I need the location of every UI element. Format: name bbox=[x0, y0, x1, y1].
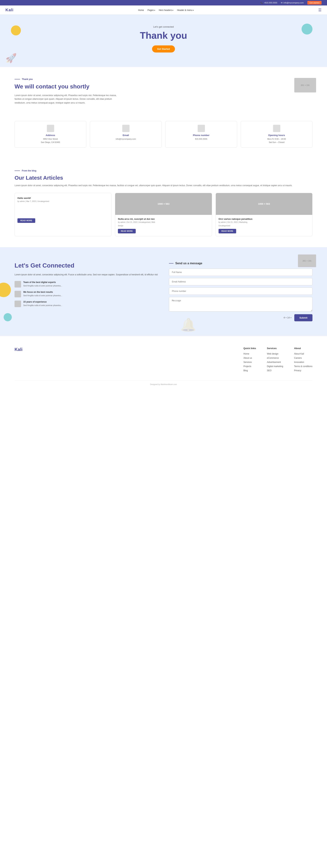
blog-section: From the blog Our Latest Articles Lorem … bbox=[0, 159, 327, 247]
hero-circle-yellow bbox=[11, 25, 21, 35]
footer-col-services-heading: Services bbox=[267, 347, 283, 350]
address-text: 4953 Vine Street San Diego, CA 92465 bbox=[18, 137, 83, 144]
top-bar: 📞 +815.555.5555 ✉ info@mycompany.com Get… bbox=[0, 0, 327, 5]
blog-card-1-image: 1000 × 563 bbox=[115, 193, 212, 215]
footer-copyright: Designed by Markhendikseri.com bbox=[150, 383, 177, 385]
feature-1-content: We focus on the best results Sed fringil… bbox=[23, 291, 62, 297]
message-input[interactable] bbox=[169, 297, 313, 311]
captcha-text: 4 + 14 = bbox=[284, 316, 292, 319]
nav-item-pages[interactable]: Pages bbox=[148, 9, 155, 11]
footer-link-projects[interactable]: Projects bbox=[243, 365, 256, 368]
footer-col-quicklinks-heading: Quick links bbox=[243, 347, 256, 350]
footer-quicklinks-list: Home About us Services Projects Blog bbox=[243, 352, 256, 372]
blog-heading: Our Latest Articles bbox=[14, 175, 313, 181]
footer-logo: Kali bbox=[14, 347, 233, 373]
footer-about-innovation[interactable]: Innovation bbox=[294, 361, 313, 364]
blog-card-2: 1000 × 563 Orci varius natoque penatibus… bbox=[216, 193, 313, 236]
email-input[interactable] bbox=[169, 278, 313, 285]
contact-feature-1: We focus on the best results Sed fringil… bbox=[14, 291, 158, 297]
submit-button[interactable]: Submit bbox=[294, 314, 313, 321]
navbar: Kali Home Pages Hero headers Header & me… bbox=[0, 5, 327, 14]
form-heading: Send us a message bbox=[169, 262, 313, 265]
blog-label: From the blog bbox=[14, 169, 313, 172]
email-icon: ✉ bbox=[281, 2, 283, 4]
footer-service-seo[interactable]: SEO bbox=[267, 369, 283, 372]
blog-card-2-image: 1000 × 563 bbox=[216, 193, 312, 215]
hero-subtitle: Let's get connected bbox=[5, 25, 322, 28]
footer-service-webdesign[interactable]: Web design bbox=[267, 352, 283, 355]
blog-card-1: 1000 × 563 Nulla arcu mi, suscipit ut du… bbox=[115, 193, 212, 236]
info-card-hours: Opening hours Mon-Fri 9:00 – 18:00 Sat-S… bbox=[241, 121, 313, 148]
footer-link-blog[interactable]: Blog bbox=[243, 369, 256, 372]
bell-decoration: 🔔 bbox=[180, 317, 196, 332]
feature-1-text: Sed fringilla nulla id ante pulvinar pha… bbox=[23, 294, 62, 297]
blog-card-1-readmore-button[interactable]: READ MORE bbox=[118, 229, 136, 234]
phone-input[interactable] bbox=[169, 287, 313, 295]
hours-icon bbox=[273, 125, 280, 132]
feature-1-icon bbox=[14, 291, 21, 297]
email-card-text: info@mycompany.com bbox=[94, 137, 158, 141]
footer-service-ecommerce[interactable]: eCommerce bbox=[267, 356, 283, 359]
info-card-address: Address 4953 Vine Street San Diego, CA 9… bbox=[14, 121, 86, 148]
logo: Kali bbox=[5, 8, 13, 12]
footer-link-home[interactable]: Home bbox=[243, 352, 256, 355]
phone-icon: 📞 bbox=[261, 2, 263, 4]
feature-0-text: Sed fringilla nulla id ante pulvinar pha… bbox=[23, 284, 62, 287]
blog-card-1-title: Nulla arcu mi, suscipit ut dui nec bbox=[118, 218, 209, 220]
nav-item-header-menu[interactable]: Header & menu bbox=[177, 9, 194, 11]
feature-2-title: 15 years of experience bbox=[23, 301, 62, 303]
footer-about-privacy[interactable]: Privacy bbox=[294, 369, 313, 372]
footer-link-about[interactable]: About us bbox=[243, 356, 256, 359]
footer-service-advertisement[interactable]: Advertisement bbox=[267, 361, 283, 364]
footer-col-about: About About Kali Careers Innovation Term… bbox=[294, 347, 313, 373]
info-cards: Address 4953 Vine Street San Diego, CA 9… bbox=[0, 116, 327, 159]
footer-about-careers[interactable]: Careers bbox=[294, 356, 313, 359]
address-icon bbox=[47, 125, 54, 132]
hero-section: 🚀 Let's get connected Thank you Get Star… bbox=[0, 14, 327, 67]
blog-card-0-meta: by admin | Mar 7, 2023 | Uncategorised bbox=[18, 200, 109, 202]
feature-0-content: Team of the best digital experts Sed fri… bbox=[23, 281, 62, 287]
hero-cta-button[interactable]: Get Started bbox=[152, 45, 175, 53]
topbar-email: ✉ info@mycompany.com bbox=[281, 2, 303, 4]
footer-service-digital[interactable]: Digital marketing bbox=[267, 365, 283, 368]
info-card-phone: Phone number 815.555.5555 bbox=[165, 121, 237, 148]
hamburger-menu-icon[interactable]: ☰ bbox=[318, 8, 322, 12]
nav-item-hero-headers[interactable]: Hero headers bbox=[159, 9, 174, 11]
hero-circle-teal bbox=[302, 24, 313, 34]
phone-card-title: Phone number bbox=[169, 134, 233, 136]
blog-card-1-body: Nulla arcu mi, suscipit ut dui nec by ad… bbox=[115, 215, 212, 236]
footer-services-list: Web design eCommerce Advertisement Digit… bbox=[267, 352, 283, 372]
hero-rocket-icon: 🚀 bbox=[5, 53, 17, 63]
nav-item-home[interactable]: Home bbox=[138, 9, 144, 11]
blog-card-2-title: Orci varius natoque penatibus bbox=[218, 218, 309, 220]
hours-text: Mon-Fri 9:00 – 18:00 Sat-Sun – Closed bbox=[244, 137, 309, 144]
footer-link-services[interactable]: Services bbox=[243, 361, 256, 364]
contact-right: Send us a message 4 + 14 = Submit bbox=[169, 262, 313, 321]
phone-card-text: 815.555.5555 bbox=[169, 137, 233, 141]
topbar-cta-button[interactable]: Get started bbox=[307, 1, 322, 4]
phone-card-icon bbox=[198, 125, 205, 132]
footer-top: Kali Quick links Home About us Services … bbox=[14, 347, 313, 373]
feature-0-title: Team of the best digital experts bbox=[23, 281, 62, 283]
blog-card-0-readmore-button[interactable]: READ MORE bbox=[18, 218, 35, 223]
full-name-input[interactable] bbox=[169, 269, 313, 276]
footer-col-services: Services Web design eCommerce Advertisem… bbox=[267, 347, 283, 373]
blog-cards: Hello world! by admin | Mar 7, 2023 | Un… bbox=[14, 193, 313, 236]
feature-2-content: 15 years of experience Sed fringilla nul… bbox=[23, 301, 62, 307]
blog-card-2-tags: Uncategorised bbox=[218, 225, 309, 227]
footer-col-about-heading: About bbox=[294, 347, 313, 350]
thankyou-section: Thank you We will contact you shortly Lo… bbox=[0, 67, 327, 116]
blog-card-2-readmore-button[interactable]: READ MORE bbox=[218, 229, 236, 234]
contact-feature-0: Team of the best digital experts Sed fri… bbox=[14, 281, 158, 287]
contact-inner: Let's Get Connected Lorem ipsum dolor si… bbox=[14, 262, 313, 321]
blog-card-1-tags: design bbox=[118, 225, 209, 227]
footer-about-kali[interactable]: About Kali bbox=[294, 352, 313, 355]
footer-about-terms[interactable]: Terms & conditions bbox=[294, 365, 313, 368]
thankyou-label: Thank you bbox=[14, 78, 313, 81]
blog-card-2-body: Orci varius natoque penatibus by admin |… bbox=[216, 215, 312, 236]
thankyou-image: 201 × 191 bbox=[294, 78, 316, 92]
blog-card-0-title: Hello world! bbox=[18, 197, 109, 199]
contact-left: Let's Get Connected Lorem ipsum dolor si… bbox=[14, 262, 158, 310]
feature-2-text: Sed fringilla nulla id ante pulvinar pha… bbox=[23, 304, 62, 307]
blog-card-2-meta: by admin | Oct 21, 2022 | Marketing, bbox=[218, 221, 309, 223]
